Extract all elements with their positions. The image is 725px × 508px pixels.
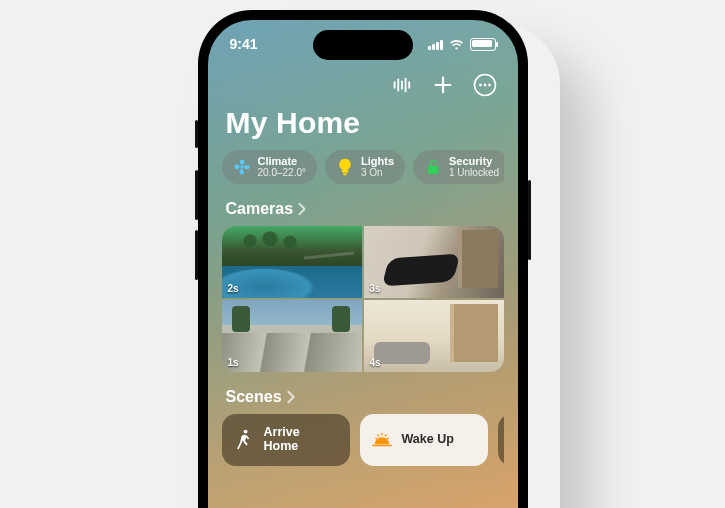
svg-point-8 xyxy=(479,84,482,87)
walker-icon xyxy=(234,430,254,450)
svg-rect-17 xyxy=(376,434,379,437)
ellipsis-circle-icon xyxy=(473,73,497,97)
camera-timestamp: 3s xyxy=(370,283,381,294)
lock-icon xyxy=(424,158,442,176)
phone-button-vol-down xyxy=(195,230,198,280)
pill-title: Security xyxy=(449,156,499,168)
cameras-header[interactable]: Cameras xyxy=(226,200,500,218)
scene-arrive-home[interactable]: Arrive Home xyxy=(222,414,350,466)
security-pill[interactable]: Security 1 Unlocked xyxy=(413,150,504,184)
pill-status: 20.0–22.0° xyxy=(258,168,307,179)
scene-extra[interactable] xyxy=(498,414,504,466)
camera-tile-living[interactable]: 4s xyxy=(364,300,504,372)
fan-icon xyxy=(233,158,251,176)
cameras-grid: 2s 3s 1s 4s xyxy=(222,226,504,372)
pill-labels: Climate 20.0–22.0° xyxy=(258,156,307,178)
phone-frame: 9:41 xyxy=(198,10,528,508)
pill-title: Climate xyxy=(258,156,307,168)
battery-icon xyxy=(470,38,496,51)
plus-icon xyxy=(432,74,454,96)
scenes-header[interactable]: Scenes xyxy=(226,388,500,406)
svg-rect-16 xyxy=(384,434,387,437)
page-root: 9:41 xyxy=(0,0,725,508)
svg-rect-15 xyxy=(381,433,382,436)
lights-pill[interactable]: Lights 3 On xyxy=(325,150,405,184)
section-title: Scenes xyxy=(226,388,282,406)
svg-point-9 xyxy=(483,84,486,87)
pill-status: 3 On xyxy=(361,168,394,179)
chevron-right-icon xyxy=(297,202,307,216)
nav-actions xyxy=(222,70,498,100)
status-time: 9:41 xyxy=(230,36,258,52)
page-title: My Home xyxy=(226,106,500,140)
home-summary-row[interactable]: Climate 20.0–22.0° Lights 3 On xyxy=(222,150,504,184)
intercom-icon xyxy=(390,74,412,96)
climate-pill[interactable]: Climate 20.0–22.0° xyxy=(222,150,318,184)
camera-timestamp: 1s xyxy=(228,357,239,368)
status-indicators xyxy=(428,38,496,51)
pill-labels: Security 1 Unlocked xyxy=(449,156,499,178)
svg-point-10 xyxy=(488,84,491,87)
pill-labels: Lights 3 On xyxy=(361,156,394,178)
pill-title: Lights xyxy=(361,156,394,168)
svg-rect-14 xyxy=(372,445,392,447)
camera-tile-pool[interactable]: 2s xyxy=(222,226,362,298)
camera-timestamp: 2s xyxy=(228,283,239,294)
pill-status: 1 Unlocked xyxy=(449,168,499,179)
phone-screen: 9:41 xyxy=(208,20,518,508)
scene-wake-up[interactable]: Wake Up xyxy=(360,414,488,466)
phone-button-mute xyxy=(195,120,198,148)
chevron-right-icon xyxy=(286,390,296,404)
cellular-icon xyxy=(428,39,443,50)
sunrise-icon xyxy=(372,430,392,450)
svg-rect-12 xyxy=(343,173,347,175)
svg-point-13 xyxy=(243,430,247,434)
bulb-icon xyxy=(336,158,354,176)
wifi-icon xyxy=(449,39,464,50)
intercom-button[interactable] xyxy=(388,72,414,98)
camera-timestamp: 4s xyxy=(370,357,381,368)
scenes-row[interactable]: Arrive Home Wake Up xyxy=(222,414,504,466)
svg-point-11 xyxy=(240,165,243,168)
section-title: Cameras xyxy=(226,200,294,218)
scene-label: Arrive Home xyxy=(264,426,300,454)
more-button[interactable] xyxy=(472,72,498,98)
phone-button-vol-up xyxy=(195,170,198,220)
scene-label: Wake Up xyxy=(402,433,454,447)
camera-tile-driveway[interactable]: 1s xyxy=(222,300,362,372)
camera-tile-bedroom[interactable]: 3s xyxy=(364,226,504,298)
add-button[interactable] xyxy=(430,72,456,98)
app-content: My Home Climate 20.0–22.0° xyxy=(208,68,518,508)
phone-button-side xyxy=(528,180,531,260)
dynamic-island xyxy=(313,30,413,60)
